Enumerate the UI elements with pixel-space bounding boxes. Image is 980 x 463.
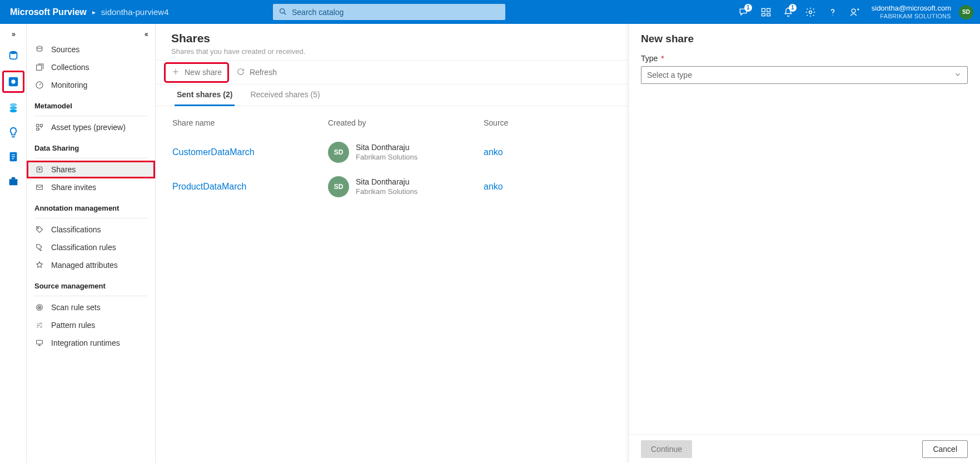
svg-point-6 bbox=[809, 11, 812, 13]
tab-sent-shares[interactable]: Sent shares (2) bbox=[168, 84, 241, 106]
nav-sources[interactable]: Sources bbox=[27, 41, 155, 58]
search-input[interactable] bbox=[273, 4, 505, 20]
nav-label: Asset types (preview) bbox=[51, 123, 126, 132]
runtimes-icon bbox=[34, 338, 44, 348]
svg-point-14 bbox=[9, 109, 17, 113]
invites-icon bbox=[34, 182, 44, 192]
nav-classifications[interactable]: Classifications bbox=[27, 221, 155, 238]
required-mark: * bbox=[661, 54, 664, 63]
help-icon[interactable] bbox=[822, 0, 844, 24]
share-link[interactable]: CustomerDataMarch bbox=[172, 147, 328, 157]
svg-rect-2 bbox=[762, 8, 765, 12]
header-icons: 1 1 bbox=[733, 0, 866, 24]
svg-point-11 bbox=[11, 79, 15, 83]
nav-label: Shares bbox=[51, 165, 76, 174]
feedback-icon[interactable]: 1 bbox=[733, 0, 755, 24]
nav-label: Managed attributes bbox=[51, 261, 118, 270]
shares-table: Share name Created by Source CustomerDat… bbox=[156, 106, 628, 208]
svg-point-24 bbox=[37, 227, 38, 228]
nav-scan-rule-sets[interactable]: Scan rule sets bbox=[27, 298, 155, 316]
select-placeholder: Select a type bbox=[647, 71, 692, 79]
table-header: Share name Created by Source bbox=[169, 111, 615, 135]
tenant-name: FABRIKAM SOLUTIONS bbox=[872, 13, 951, 20]
section-metamodel: Metamodel bbox=[27, 94, 155, 113]
directory-icon[interactable] bbox=[755, 0, 777, 24]
chevron-down-icon bbox=[954, 71, 962, 80]
cancel-button[interactable]: Cancel bbox=[922, 440, 968, 458]
tab-received-shares[interactable]: Received shares (5) bbox=[241, 84, 329, 106]
sidenav-collapse-icon[interactable]: ‹‹ bbox=[27, 29, 155, 41]
plus-icon bbox=[171, 67, 180, 78]
search-box[interactable] bbox=[273, 4, 505, 20]
user-block[interactable]: sidontha@microsoft.com FABRIKAM SOLUTION… bbox=[866, 4, 957, 20]
creator-name: Sita Dontharaju bbox=[356, 143, 417, 153]
type-select[interactable]: Select a type bbox=[641, 66, 968, 84]
new-share-panel: New share Type * Select a type Continue … bbox=[628, 24, 980, 463]
svg-point-13 bbox=[9, 106, 17, 109]
table-row[interactable]: CustomerDataMarch SD Sita Dontharaju Fab… bbox=[169, 135, 615, 170]
nav-classification-rules[interactable]: Classification rules bbox=[27, 238, 155, 256]
asset-types-icon bbox=[34, 122, 44, 132]
managed-attrs-icon bbox=[34, 260, 44, 270]
creator-name: Sita Dontharaju bbox=[356, 177, 417, 187]
settings-icon[interactable] bbox=[799, 0, 822, 24]
rail-data-map-icon[interactable] bbox=[2, 71, 24, 93]
classifications-icon bbox=[34, 225, 44, 235]
nav-shares[interactable]: Shares bbox=[27, 161, 155, 178]
refresh-icon bbox=[236, 67, 245, 78]
new-share-button[interactable]: New share bbox=[166, 64, 227, 81]
user-avatar[interactable]: SD bbox=[959, 5, 973, 19]
table-row[interactable]: ProductDataMarch SD Sita Dontharaju Fabr… bbox=[169, 170, 615, 204]
svg-point-9 bbox=[9, 51, 17, 54]
command-bar: New share Refresh bbox=[156, 60, 628, 84]
creator-avatar: SD bbox=[328, 176, 349, 197]
breadcrumb-chevron-icon: ▸ bbox=[92, 8, 96, 16]
svg-rect-4 bbox=[762, 13, 765, 16]
user-email: sidontha@microsoft.com bbox=[872, 4, 951, 13]
nav-managed-attributes[interactable]: Managed attributes bbox=[27, 256, 155, 274]
nav-label: Classification rules bbox=[51, 243, 116, 252]
svg-rect-23 bbox=[37, 185, 43, 190]
nav-label: Collections bbox=[51, 63, 89, 72]
nav-label: Sources bbox=[51, 45, 79, 54]
copilot-icon[interactable] bbox=[844, 0, 866, 24]
rail-management-icon[interactable] bbox=[4, 172, 23, 191]
nav-integration-runtimes[interactable]: Integration runtimes bbox=[27, 334, 155, 352]
svg-rect-28 bbox=[37, 340, 43, 344]
account-name[interactable]: sidontha-purview4 bbox=[101, 7, 169, 17]
cmd-label: New share bbox=[185, 68, 222, 77]
nav-collections[interactable]: Collections bbox=[27, 58, 155, 76]
search-icon bbox=[278, 7, 287, 16]
nav-share-invites[interactable]: Share invites bbox=[27, 178, 155, 196]
shares-icon bbox=[34, 165, 44, 175]
creator-org: Fabrikam Solutions bbox=[356, 153, 417, 162]
main-content: Shares Shares that you have created or r… bbox=[156, 24, 628, 463]
top-header: Microsoft Purview ▸ sidontha-purview4 1 … bbox=[0, 0, 980, 24]
col-created-by[interactable]: Created by bbox=[328, 118, 484, 127]
monitoring-icon bbox=[34, 80, 44, 90]
creator-org: Fabrikam Solutions bbox=[356, 187, 417, 196]
divider bbox=[34, 218, 147, 218]
source-link[interactable]: anko bbox=[484, 182, 595, 192]
nav-monitoring[interactable]: Monitoring bbox=[27, 76, 155, 94]
creator-avatar: SD bbox=[328, 142, 349, 163]
product-name: Microsoft Purview bbox=[7, 7, 87, 17]
svg-rect-3 bbox=[767, 8, 770, 12]
nav-label: Classifications bbox=[51, 225, 101, 234]
rail-expand-icon[interactable]: ›› bbox=[12, 29, 14, 38]
refresh-button[interactable]: Refresh bbox=[231, 64, 282, 81]
continue-button[interactable]: Continue bbox=[641, 440, 692, 458]
rail-insights-icon[interactable] bbox=[4, 123, 23, 142]
nav-pattern-rules[interactable]: Pattern rules bbox=[27, 316, 155, 334]
panel-footer: Continue Cancel bbox=[629, 434, 980, 463]
rail-policy-icon[interactable] bbox=[4, 147, 23, 166]
nav-label: Scan rule sets bbox=[51, 303, 101, 312]
rail-data-catalog-icon[interactable] bbox=[4, 46, 23, 65]
nav-asset-types[interactable]: Asset types (preview) bbox=[27, 118, 155, 136]
rail-data-estate-icon[interactable] bbox=[4, 98, 23, 117]
share-link[interactable]: ProductDataMarch bbox=[172, 182, 328, 192]
col-share-name[interactable]: Share name bbox=[172, 118, 328, 127]
source-link[interactable]: anko bbox=[484, 147, 595, 157]
notifications-icon[interactable]: 1 bbox=[777, 0, 799, 24]
col-source[interactable]: Source bbox=[484, 118, 595, 127]
